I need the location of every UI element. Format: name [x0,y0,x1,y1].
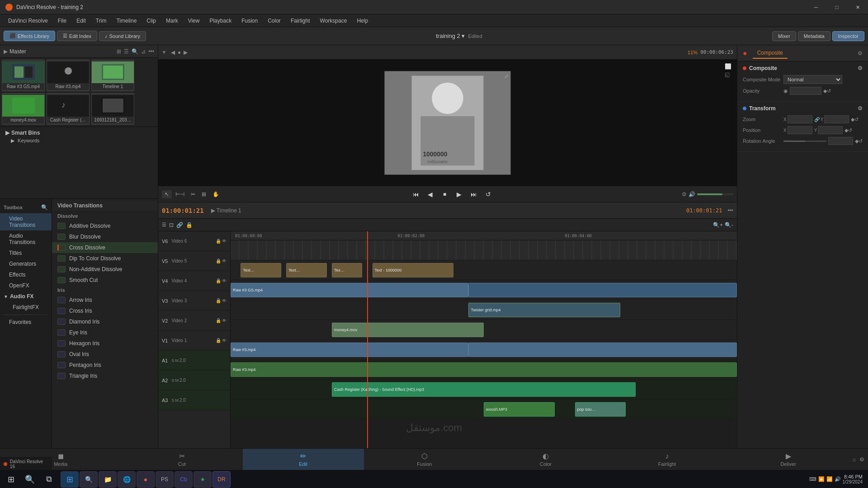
menu-item-help[interactable]: Help [352,16,373,25]
inspector-button[interactable]: Inspector [832,31,864,41]
nav-forward[interactable]: ▶ [184,49,188,56]
menu-item-timeline[interactable]: Timeline [112,16,141,25]
transform-expand[interactable]: ⚙ [858,105,863,112]
menu-item-file[interactable]: File [53,16,71,25]
rotation-slider[interactable] [783,141,826,142]
taskbar-app-davinci[interactable]: DR [212,471,231,488]
nav-color[interactable]: ◐ Color [485,449,606,470]
media-thumb-4[interactable]: money4.mov [2,93,45,125]
nav-edit[interactable]: ✏ Edit [243,449,364,470]
effect-blur-dissolve[interactable]: Blur Dissolve [52,231,158,242]
clip-v1-right[interactable] [468,343,737,357]
opacity-reset[interactable]: ↺ [827,88,831,94]
step-back-button[interactable]: ◀ [425,189,436,200]
toolbox-video-transitions[interactable]: Video Transitions [0,213,52,230]
taskbar-app-3[interactable]: 📁 [99,471,117,488]
opacity-input[interactable]: 100.00 [790,87,821,95]
track-eye-icon[interactable]: 👁 [222,338,226,343]
network-icon[interactable]: 📶 [826,476,833,482]
toolbox-fairlightfx[interactable]: FairlightFX [0,302,52,313]
inspector-tab-composite[interactable]: Composite [753,48,788,59]
toolbox-search-icon[interactable]: 🔍 [41,204,48,211]
nav-fusion[interactable]: ⬡ Fusion [364,449,485,470]
toolbox-generators[interactable]: Generators [0,258,52,269]
effect-eye-iris[interactable]: Eye Iris [52,327,158,338]
loop-button[interactable]: ↺ [483,189,494,200]
position-y-input[interactable]: 0.000 [818,126,843,134]
timeline-settings-icon[interactable]: ⚙ [682,191,687,197]
volume-slider[interactable] [697,193,733,195]
menu-item-fairlight[interactable]: Fairlight [286,16,315,25]
clip-a2[interactable]: Cash Register (Kaching) - Sound Effect (… [332,382,636,397]
clip-v5-3[interactable]: Tex… [332,263,362,277]
mixer-button[interactable]: Mixer [772,31,796,41]
keywords-item[interactable]: ▶ Keywords [5,136,152,144]
composite-expand[interactable]: ⚙ [858,65,863,71]
settings-icon[interactable]: ⚙ [859,456,864,463]
media-thumb-1[interactable]: Raw #3 GS.mp4 [2,60,45,91]
menu-item-clip[interactable]: Clip [142,16,160,25]
menu-item-davinci-resolve[interactable]: DaVinci Resolve [4,16,52,25]
volume-icon[interactable]: 🔊 [689,191,695,197]
track-lock-icon[interactable]: 🔒 [216,318,221,323]
more-icon[interactable]: ••• [148,48,154,55]
grid-view-icon[interactable]: ⊞ [117,48,121,55]
go-to-end-button[interactable]: ⏭ [468,189,479,200]
hand-tool[interactable]: ✋ [210,190,222,198]
play-button[interactable]: ▶ [454,189,465,200]
clip-a1[interactable]: Raw #3.mp4 [231,362,737,377]
track-lock-icon[interactable]: 🔒 [216,239,221,244]
search-taskbar-button[interactable]: 🔍 [21,471,39,488]
rotation-reset[interactable]: ↺ [859,138,863,144]
zoom-reset[interactable]: ↺ [854,117,859,122]
mode-selector[interactable]: ▼ [162,50,166,55]
clip-v5-1[interactable]: Text… [241,263,281,277]
rotation-input[interactable]: 0.000 [828,137,853,145]
toolbox-titles[interactable]: Titles [0,248,52,258]
clip-v4-right[interactable] [468,283,737,297]
tray-icon-2[interactable]: 🔼 [818,476,825,482]
track-eye-icon[interactable]: 👁 [222,318,226,323]
zoom-tool[interactable]: ⊞ [199,190,209,198]
clip-a3-woosh[interactable]: woosh.MP3 [484,402,555,417]
media-pool-expand[interactable]: ▶ [4,48,8,55]
project-title[interactable]: training 2 ▾ Edited [436,33,482,39]
zoom-x-input[interactable]: 1.060 [788,115,812,123]
nav-deliver[interactable]: ▶ Deliver [728,449,849,470]
effect-smooth-cut[interactable]: Smooth Cut [52,275,158,286]
effect-oval-iris[interactable]: Oval Iris [52,349,158,360]
clip-v2-money[interactable]: money4.mov [332,323,484,337]
nav-dot[interactable]: ● [178,49,181,56]
menu-item-color[interactable]: Color [263,16,285,25]
trim-tool[interactable]: ⊢⊣ [173,190,187,198]
clip-a3-pop[interactable]: pop sou… [575,402,626,417]
volume-taskbar-icon[interactable]: 🔊 [835,476,841,482]
nav-fairlight[interactable]: ♪ Fairlight [606,449,727,470]
list-view-icon[interactable]: ☰ [124,48,129,55]
metadata-button[interactable]: Metadata [798,31,830,41]
effect-hexagon-iris[interactable]: Hexagon Iris [52,338,158,349]
position-keyframe[interactable]: ◆ [844,127,848,133]
clip-v1-raw[interactable]: Raw #3.mp4 [231,343,468,357]
effect-dip-to-color-dissolve[interactable]: Dip To Color Dissolve [52,253,158,264]
menu-item-fusion[interactable]: Fusion [237,16,262,25]
start-button[interactable]: ⊞ [2,471,20,488]
taskbar-app-2[interactable]: 🔍 [80,471,98,488]
zoom-out-icon[interactable]: 🔍- [725,222,733,228]
toolbox-effects[interactable]: Effects [0,269,52,280]
clip-v5-4[interactable]: Text - 1000000 [373,263,453,277]
preview-full-icon[interactable]: ⬜ [725,63,731,70]
toolbox-favorites[interactable]: Favorites [0,317,52,328]
taskview-button[interactable]: ⧉ [40,471,58,488]
sort-icon[interactable]: ⊿ [141,48,146,55]
track-lock-icon[interactable]: 🔒 [216,338,221,343]
media-thumb-2[interactable]: Raw #3.mp4 [47,60,90,91]
effect-non-additive-dissolve[interactable]: Non-Additive Dissolve [52,264,158,275]
taskbar-app-5[interactable]: ● [137,471,155,488]
track-eye-icon[interactable]: 👁 [222,278,226,283]
go-to-start-button[interactable]: ⏮ [410,189,421,200]
track-eye-icon[interactable]: 👁 [222,239,226,244]
toolbox-audio-transitions[interactable]: Audio Transitions [0,230,52,248]
position-x-input[interactable]: 0.000 [788,126,812,134]
timeline-more[interactable]: ••• [727,207,733,214]
